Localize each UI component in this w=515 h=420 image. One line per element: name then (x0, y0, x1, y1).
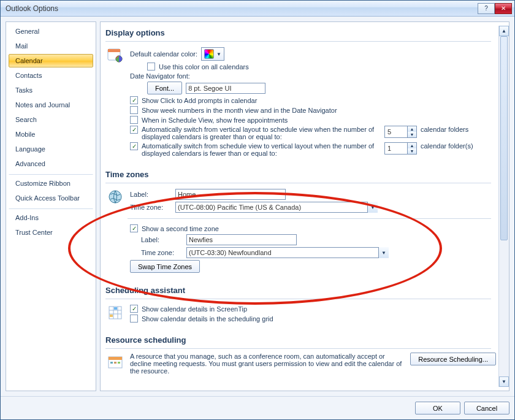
resource-text: A resource that you manage, such as a co… (130, 353, 404, 375)
scrollbar[interactable]: ▲ ▼ (498, 26, 509, 387)
auto-switch-schedule-value[interactable] (385, 126, 407, 137)
secondary-label-field[interactable] (186, 234, 297, 245)
secondary-zone-label: Time zone: (141, 249, 183, 256)
default-color-dropdown[interactable]: ▼ (201, 47, 224, 61)
svg-rect-14 (110, 362, 113, 364)
window-title: Outlook Options (6, 4, 478, 13)
primary-label-field[interactable] (175, 189, 286, 200)
section-header-time-zones: Time zones (105, 167, 491, 183)
svg-rect-16 (118, 362, 120, 364)
sidebar-item-contacts[interactable]: Contacts (9, 69, 93, 82)
calendar-icon (105, 45, 125, 65)
svg-rect-13 (109, 357, 122, 360)
spin-down-icon[interactable]: ▼ (408, 148, 416, 154)
sidebar: General Mail Calendar Contacts Tasks Not… (6, 21, 96, 391)
spin-up-icon[interactable]: ▲ (408, 126, 416, 132)
use-color-all-checkbox[interactable] (147, 63, 155, 71)
footer: OK Cancel (1, 396, 514, 419)
show-week-numbers-checkbox[interactable] (130, 106, 138, 114)
show-click-add-checkbox[interactable]: ✓ (130, 96, 138, 104)
section-header-scheduling-assistant: Scheduling assistant (105, 283, 491, 299)
show-grid-checkbox[interactable] (130, 315, 138, 323)
resource-scheduling-button[interactable]: Resource Scheduling... (410, 353, 496, 365)
font-value-field[interactable] (186, 83, 265, 94)
show-click-add-label: Show Click to Add prompts in calendar (142, 97, 257, 104)
sidebar-item-general[interactable]: General (9, 25, 93, 38)
sidebar-item-tasks[interactable]: Tasks (9, 83, 93, 97)
svg-rect-1 (108, 49, 120, 52)
cancel-button[interactable]: Cancel (464, 402, 509, 414)
primary-label-label: Label: (130, 191, 172, 198)
schedule-view-free-checkbox[interactable] (130, 116, 138, 124)
show-screentip-checkbox[interactable]: ✓ (130, 305, 138, 313)
font-button[interactable]: Font... (147, 82, 182, 94)
svg-rect-11 (110, 315, 113, 317)
scroll-thumb[interactable] (500, 36, 508, 240)
sidebar-item-search[interactable]: Search (9, 113, 93, 126)
section-header-resource-scheduling: Resource scheduling (105, 333, 491, 349)
resource-icon (105, 353, 125, 372)
show-week-numbers-label: Show week numbers in the month view and … (142, 107, 337, 114)
sidebar-item-trust-center[interactable]: Trust Center (9, 226, 93, 239)
auto-switch-schedule-spinner[interactable]: ▲▼ (384, 126, 417, 138)
spin-down-icon[interactable]: ▼ (408, 132, 416, 137)
spin-up-icon[interactable]: ▲ (408, 143, 416, 148)
svg-rect-10 (114, 307, 117, 310)
auto-switch-vertical-suffix: calendar folder(s) (421, 142, 473, 150)
auto-switch-vertical-value[interactable] (385, 143, 407, 154)
scroll-down-icon[interactable]: ▼ (499, 376, 509, 387)
default-color-label: Default calendar color: (130, 50, 197, 58)
close-button[interactable]: ✕ (495, 3, 512, 14)
sidebar-item-qat[interactable]: Quick Access Toolbar (9, 191, 93, 205)
primary-zone-label: Time zone: (130, 204, 172, 211)
color-swatch-icon (204, 49, 214, 59)
sidebar-item-advanced[interactable]: Advanced (9, 157, 93, 170)
titlebar: Outlook Options ? ✕ (1, 1, 514, 17)
sidebar-item-language[interactable]: Language (9, 142, 93, 156)
auto-switch-vertical-label: Automatically switch from schedule view … (142, 142, 381, 157)
auto-switch-schedule-suffix: calendar folders (421, 126, 468, 133)
scroll-up-icon[interactable]: ▲ (499, 26, 509, 36)
auto-switch-schedule-checkbox[interactable]: ✓ (130, 126, 138, 134)
ok-button[interactable]: OK (415, 402, 460, 414)
sidebar-item-mail[interactable]: Mail (9, 39, 93, 53)
svg-point-4 (109, 191, 121, 203)
sidebar-item-addins[interactable]: Add-Ins (9, 208, 93, 224)
auto-switch-vertical-spinner[interactable]: ▲▼ (384, 142, 417, 155)
sidebar-item-calendar[interactable]: Calendar (9, 54, 93, 67)
secondary-label-label: Label: (141, 236, 183, 243)
scheduling-icon (105, 303, 125, 323)
section-header-display-options: Display options (105, 26, 491, 42)
auto-switch-vertical-checkbox[interactable]: ✓ (130, 142, 138, 150)
sidebar-item-notes-journal[interactable]: Notes and Journal (9, 98, 93, 112)
show-second-tz-checkbox[interactable]: ✓ (130, 224, 138, 232)
secondary-zone-select[interactable]: (UTC-03:30) Newfoundland (186, 247, 389, 258)
swap-time-zones-button[interactable]: Swap Time Zones (130, 260, 200, 273)
show-screentip-label: Show calendar details in ScreenTip (142, 305, 247, 313)
globe-icon (105, 187, 125, 207)
primary-zone-select[interactable]: (UTC-08:00) Pacific Time (US & Canada) (175, 202, 378, 213)
svg-rect-15 (114, 362, 116, 364)
help-button[interactable]: ? (478, 3, 495, 14)
sidebar-item-mobile[interactable]: Mobile (9, 128, 93, 141)
use-color-all-label: Use this color on all calendars (159, 63, 249, 71)
schedule-view-free-label: When in Schedule View, show free appoint… (142, 116, 288, 124)
show-second-tz-label: Show a second time zone (142, 225, 219, 232)
date-nav-font-label: Date Navigator font: (130, 72, 190, 80)
show-grid-label: Show calendar details in the scheduling … (142, 315, 273, 323)
sidebar-item-customize-ribbon[interactable]: Customize Ribbon (9, 174, 93, 190)
auto-switch-schedule-label: Automatically switch from vertical layou… (142, 126, 381, 140)
